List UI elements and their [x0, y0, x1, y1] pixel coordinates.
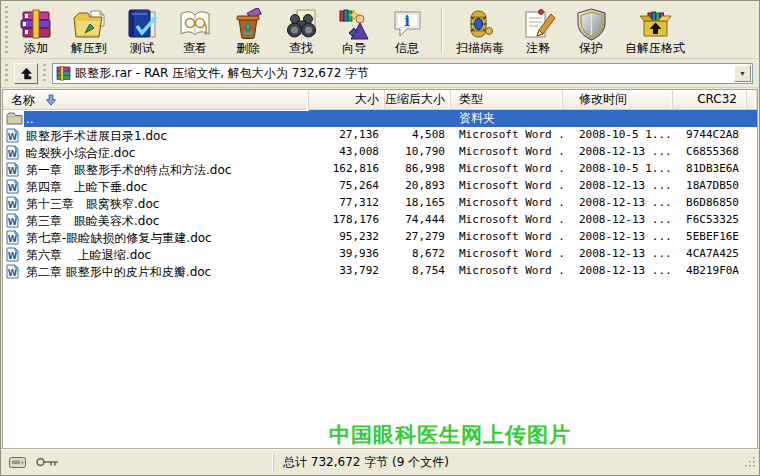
- drive-icon[interactable]: [9, 457, 26, 468]
- column-header-type[interactable]: 类型: [451, 90, 563, 109]
- file-modified: 2008-12-13 ...: [563, 144, 673, 161]
- rar-archive-icon: [56, 66, 71, 81]
- file-size: 75,264: [309, 178, 385, 195]
- sfx-icon: [638, 6, 673, 41]
- sfx-button-label: 自解压格式: [625, 41, 685, 55]
- protect-icon: [574, 6, 609, 41]
- file-packed: 8,672: [385, 246, 451, 263]
- add-button[interactable]: 添加: [13, 4, 59, 57]
- file-row[interactable]: W第二章 眼整形中的皮片和皮瓣.doc 33,792 8,754 Microso…: [3, 263, 757, 280]
- find-button[interactable]: 查找: [278, 4, 324, 57]
- comment-button[interactable]: 注释: [515, 4, 561, 57]
- sfx-button[interactable]: 自解压格式: [621, 4, 689, 57]
- file-crc: 4CA7A425: [673, 246, 747, 263]
- file-modified: [563, 110, 673, 127]
- wizard-button[interactable]: 向导: [331, 4, 377, 57]
- file-row[interactable]: W第六章 上睑退缩.doc 39,936 8,672 Microsoft Wor…: [3, 246, 757, 263]
- file-modified: 2008-12-13 ...: [563, 212, 673, 229]
- file-name: 第六章 上睑退缩.doc: [24, 247, 154, 263]
- file-type: Microsoft Word ...: [451, 263, 563, 280]
- svg-text:W: W: [8, 217, 18, 227]
- file-name: 第一章 眼整形手术的特点和方法.doc: [24, 162, 234, 178]
- parent-folder-row[interactable]: .. 资料夹: [3, 110, 757, 127]
- archive-path-combobox[interactable]: 眼整形.rar - RAR 压缩文件, 解包大小为 732,672 字节 ▼: [52, 63, 753, 84]
- comment-icon: [521, 6, 556, 41]
- virus-scan-button-label: 扫描病毒: [456, 41, 504, 55]
- wizard-icon: [337, 6, 372, 41]
- file-row[interactable]: W第一章 眼整形手术的特点和方法.doc 162,816 86,998 Micr…: [3, 161, 757, 178]
- extract-to-icon: [72, 6, 107, 41]
- watermark-text: 中国眼科医生网上传图片: [329, 421, 571, 449]
- svg-text:W: W: [8, 200, 18, 210]
- file-modified: 2008-12-13 ...: [563, 178, 673, 195]
- file-crc: B6D86850: [673, 195, 747, 212]
- file-size: 162,816: [309, 161, 385, 178]
- word-doc-icon: W: [3, 246, 24, 263]
- up-one-level-button[interactable]: [14, 63, 38, 84]
- resize-grip-icon[interactable]: [744, 454, 757, 473]
- combobox-dropdown-button[interactable]: ▼: [734, 65, 751, 82]
- column-header-crc32[interactable]: CRC32: [673, 90, 747, 109]
- file-name: 第二章 眼整形中的皮片和皮瓣.doc: [24, 264, 214, 280]
- file-size: 33,792: [309, 263, 385, 280]
- chevron-down-icon: ▼: [739, 70, 746, 77]
- file-name: 第十三章 眼窝狭窄.doc: [24, 196, 162, 212]
- file-name: 第三章 眼睑美容术.doc: [24, 213, 162, 229]
- wizard-button-label: 向导: [342, 41, 366, 55]
- column-header-filler: [747, 90, 757, 109]
- file-packed: 4,508: [385, 127, 451, 144]
- file-row[interactable]: W睑裂狭小综合症.doc 43,008 10,790 Microsoft Wor…: [3, 144, 757, 161]
- file-row[interactable]: W眼整形手术进展目录1.doc 27,136 4,508 Microsoft W…: [3, 127, 757, 144]
- file-row[interactable]: W第十三章 眼窝狭窄.doc 77,312 18,165 Microsoft W…: [3, 195, 757, 212]
- find-button-label: 查找: [289, 41, 313, 55]
- extract-to-button-label: 解压到: [71, 41, 107, 55]
- svg-text:W: W: [8, 251, 18, 261]
- delete-button[interactable]: 删除: [225, 4, 271, 57]
- test-button[interactable]: 测试: [119, 4, 165, 57]
- test-button-label: 测试: [130, 41, 154, 55]
- svg-text:W: W: [8, 132, 18, 142]
- add-archive-icon: [19, 6, 54, 41]
- combo-grip[interactable]: [43, 64, 46, 84]
- archive-info-text: 眼整形.rar - RAR 压缩文件, 解包大小为 732,672 字节: [71, 65, 734, 82]
- svg-text:W: W: [8, 149, 18, 159]
- file-packed: 27,279: [385, 229, 451, 246]
- word-doc-icon: W: [3, 195, 24, 212]
- info-button[interactable]: i 信息: [384, 4, 430, 57]
- file-packed: 10,790: [385, 144, 451, 161]
- file-size: 95,232: [309, 229, 385, 246]
- virus-scan-icon: [463, 6, 498, 41]
- sort-descending-icon: [45, 94, 57, 106]
- status-bar: 总计 732,672 字节 (9 个文件): [1, 448, 759, 475]
- column-header-packed[interactable]: 压缩后大小: [385, 90, 451, 109]
- delete-button-label: 删除: [236, 41, 260, 55]
- protect-button[interactable]: 保护: [568, 4, 614, 57]
- extract-to-button[interactable]: 解压到: [66, 4, 112, 57]
- view-file-icon: [178, 6, 213, 41]
- word-doc-icon: W: [3, 161, 24, 178]
- column-header-name[interactable]: 名称: [3, 90, 309, 110]
- file-row[interactable]: W第四章 上睑下垂.doc 75,264 20,893 Microsoft Wo…: [3, 178, 757, 195]
- file-modified: 2008-12-13 ...: [563, 229, 673, 246]
- file-row[interactable]: W第三章 眼睑美容术.doc 178,176 74,444 Microsoft …: [3, 212, 757, 229]
- add-button-label: 添加: [24, 41, 48, 55]
- file-modified: 2008-12-13 ...: [563, 195, 673, 212]
- view-button[interactable]: 查看: [172, 4, 218, 57]
- key-icon[interactable]: [36, 457, 60, 467]
- column-header-size[interactable]: 大小: [309, 90, 385, 109]
- toolbar-grip[interactable]: [5, 6, 8, 54]
- virus-scan-button[interactable]: 扫描病毒: [452, 4, 508, 57]
- file-crc: 18A7DB50: [673, 178, 747, 195]
- svg-text:i: i: [404, 12, 410, 30]
- address-bar-grip[interactable]: [5, 64, 8, 84]
- file-crc: 81DB3E6A: [673, 161, 747, 178]
- svg-text:W: W: [8, 166, 18, 176]
- protect-button-label: 保护: [579, 41, 603, 55]
- file-row[interactable]: W第七章-眼睑缺损的修复与重建.doc 95,232 27,279 Micros…: [3, 229, 757, 246]
- column-header-modified[interactable]: 修改时间: [563, 90, 673, 109]
- file-type: Microsoft Word ...: [451, 178, 563, 195]
- file-size: 27,136: [309, 127, 385, 144]
- delete-icon: [231, 6, 266, 41]
- file-size: [309, 110, 385, 127]
- svg-text:W: W: [8, 268, 18, 278]
